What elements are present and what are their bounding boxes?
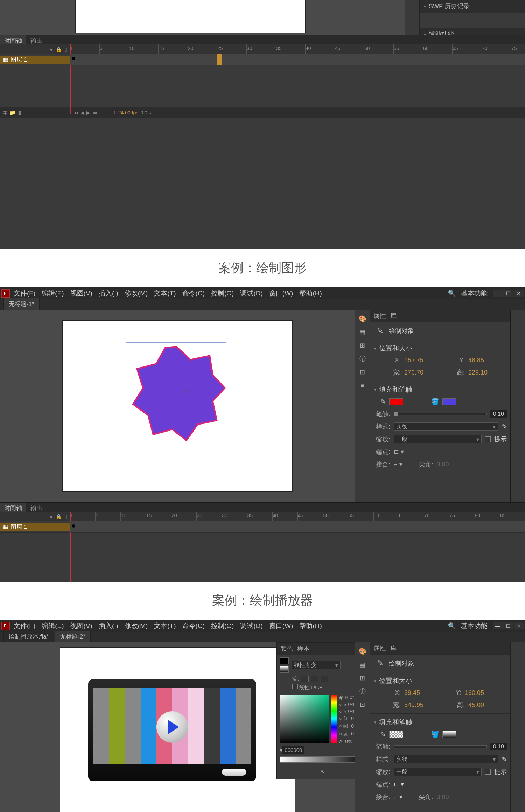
timeline-ruler[interactable]: ●🔒▯ 1 5 10 15 20 25 30 35 40 45 50 55 60… <box>0 512 525 521</box>
linear-rgb-checkbox[interactable] <box>292 684 298 689</box>
tab-library[interactable]: 库 <box>390 312 397 320</box>
hinting-checkbox[interactable] <box>485 769 491 775</box>
align-icon[interactable]: ⊞ <box>356 339 369 352</box>
tab-timeline[interactable]: 时间轴 <box>0 35 26 44</box>
stroke-value[interactable]: 0.10 <box>490 743 507 750</box>
layer-row[interactable]: ▦图层 1 <box>0 54 525 65</box>
search-icon[interactable]: 🔍 <box>448 290 456 297</box>
align-icon[interactable]: ⊞ <box>356 672 369 684</box>
style-dropdown[interactable]: 实线 <box>394 755 498 763</box>
hinting-checkbox[interactable] <box>485 436 491 442</box>
y-value[interactable]: 160.05 <box>465 689 484 697</box>
h-value[interactable]: 45.00 <box>468 701 484 709</box>
workspace-dropdown[interactable]: 基本功能 <box>458 620 490 632</box>
swatch-icon[interactable]: ▦ <box>356 658 369 671</box>
cap-dropdown[interactable]: ⊏ ▾ <box>394 448 404 456</box>
menu-debug[interactable]: 调试(D) <box>238 620 265 632</box>
w-value[interactable]: 276.70 <box>404 369 424 376</box>
minimize-button[interactable]: — <box>493 290 503 297</box>
tab-library[interactable]: 库 <box>390 644 397 653</box>
tab-color[interactable]: 颜色 <box>280 644 293 653</box>
doc-tab-untitled2[interactable]: 无标题-2* <box>55 631 91 642</box>
menu-control[interactable]: 控制(O) <box>209 287 236 299</box>
swf-history-header[interactable]: SWF 历史记录 <box>420 0 525 13</box>
tab-properties[interactable]: 属性 <box>373 644 386 653</box>
tab-output[interactable]: 输出 <box>26 503 47 512</box>
menu-window[interactable]: 窗口(W) <box>267 620 296 632</box>
library-icon[interactable]: ≡ <box>356 379 369 392</box>
menu-command[interactable]: 命令(C) <box>180 287 207 299</box>
fill-color-swatch[interactable] <box>442 398 456 405</box>
stroke-slider[interactable] <box>394 745 487 748</box>
swatch-icon[interactable]: ▦ <box>356 326 369 339</box>
scrollbar[interactable] <box>405 0 419 35</box>
info-icon[interactable]: ⓘ <box>356 352 369 365</box>
transform-icon[interactable]: ⊡ <box>356 698 369 711</box>
color-picker-area[interactable] <box>280 695 329 743</box>
pos-size-header[interactable]: 位置和大小 <box>373 675 507 687</box>
maximize-button[interactable]: ☐ <box>503 622 513 629</box>
menu-command[interactable]: 命令(C) <box>180 620 207 632</box>
stroke-color-icon[interactable]: ✎ <box>380 731 386 738</box>
gradient-ramp[interactable] <box>280 756 355 763</box>
maximize-button[interactable]: ☐ <box>503 290 513 297</box>
stroke-color-icon[interactable]: ✎ <box>380 398 386 406</box>
flow-reflect[interactable] <box>311 676 318 682</box>
stage-area[interactable]: ↖ <box>0 310 355 502</box>
menu-help[interactable]: 帮助(H) <box>297 620 324 632</box>
fill-swatch[interactable] <box>280 666 289 673</box>
menu-text[interactable]: 文本(T) <box>152 287 178 299</box>
x-value[interactable]: 153.75 <box>404 357 424 364</box>
menu-insert[interactable]: 插入(I) <box>96 620 121 632</box>
fill-color-icon[interactable]: 🪣 <box>431 731 439 738</box>
palette-icon[interactable]: 🎨 <box>356 645 369 658</box>
pos-size-header[interactable]: 位置和大小 <box>373 342 507 355</box>
scale-dropdown[interactable]: 一般 <box>394 768 482 776</box>
hex-input[interactable]: 000000 <box>282 746 304 754</box>
hue-slider[interactable] <box>331 695 337 743</box>
menu-view[interactable]: 视图(V) <box>68 620 95 632</box>
h-value[interactable]: 229.10 <box>468 369 488 376</box>
new-folder-icon[interactable]: 📁 <box>9 110 15 115</box>
menu-text[interactable]: 文本(T) <box>152 620 178 632</box>
flow-extend[interactable] <box>301 676 309 682</box>
flow-repeat[interactable] <box>321 676 328 682</box>
tab-timeline[interactable]: 时间轴 <box>0 503 26 512</box>
tv-pill-button[interactable] <box>222 769 246 776</box>
star-shape[interactable] <box>126 343 227 443</box>
color-type-dropdown[interactable]: 线性渐变 <box>292 661 341 669</box>
timeline-ruler[interactable]: ●🔒▯ 1 5 10 15 20 25 30 35 40 45 50 55 60… <box>0 44 525 54</box>
style-dropdown[interactable]: 实线 <box>394 422 498 431</box>
fill-color-swatch[interactable] <box>442 731 456 738</box>
menu-modify[interactable]: 修改(M) <box>122 287 150 299</box>
stroke-value[interactable]: 0.10 <box>490 410 507 418</box>
doc-tab-player[interactable]: 绘制播放器.fla* <box>4 631 54 642</box>
palette-icon[interactable]: 🎨 <box>356 313 369 325</box>
menu-file[interactable]: 文件(F) <box>11 287 38 299</box>
stroke-color-swatch[interactable] <box>389 398 403 405</box>
play-button-shape[interactable] <box>156 711 188 743</box>
menu-edit[interactable]: 编辑(E) <box>39 287 66 299</box>
w-value[interactable]: 549.95 <box>404 701 424 709</box>
fill-color-icon[interactable]: 🪣 <box>431 398 439 406</box>
stroke-color-swatch[interactable] <box>389 731 403 738</box>
tv-player-shape[interactable] <box>88 679 256 781</box>
menu-window[interactable]: 窗口(W) <box>267 287 296 299</box>
new-layer-icon[interactable]: ▦ <box>3 110 7 115</box>
search-icon[interactable]: 🔍 <box>448 622 456 630</box>
fill-stroke-header[interactable]: 填充和笔触 <box>373 716 507 728</box>
stage-area[interactable]: 颜色样本 线性渐变 流: 线性 RGB <box>0 642 355 812</box>
transform-icon[interactable]: ⊡ <box>356 366 369 378</box>
pencil-icon[interactable]: ✎ <box>502 423 507 430</box>
menu-modify[interactable]: 修改(M) <box>122 620 150 632</box>
stroke-slider[interactable] <box>394 413 487 415</box>
doc-tab-untitled1[interactable]: 无标题-1* <box>4 298 40 310</box>
cap-dropdown[interactable]: ⊏ ▾ <box>394 781 404 788</box>
layer-row[interactable]: ▦图层 1 <box>0 521 525 533</box>
menu-control[interactable]: 控制(O) <box>209 620 236 632</box>
join-dropdown[interactable]: ⌐ ▾ <box>394 461 402 468</box>
workspace-dropdown[interactable]: 基本功能 <box>458 287 490 299</box>
minimize-button[interactable]: — <box>493 622 503 629</box>
menu-view[interactable]: 视图(V) <box>68 287 95 299</box>
scale-dropdown[interactable]: 一般 <box>394 435 482 443</box>
